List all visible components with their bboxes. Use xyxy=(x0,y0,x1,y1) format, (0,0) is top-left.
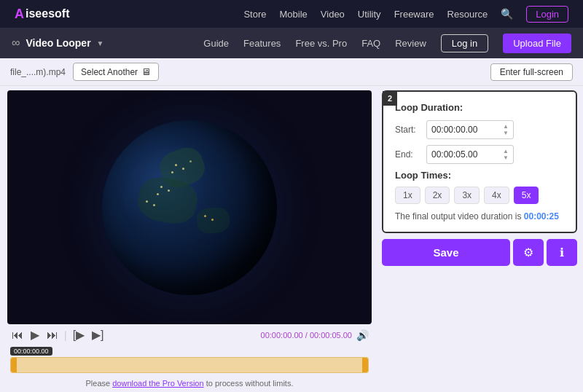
toolbar-left: file_....m).mp4 Select Another 🖥 xyxy=(10,63,159,81)
loop-end-button[interactable]: ▶] xyxy=(90,328,105,342)
end-spin-arrows[interactable]: ▲▼ xyxy=(503,148,509,161)
pro-version-link[interactable]: download the Pro Version xyxy=(112,379,203,388)
pro-notice-text: Please xyxy=(86,379,113,388)
end-value: 00:00:05.00 xyxy=(431,149,477,160)
pro-notice-suffix: to process without limits. xyxy=(204,379,294,388)
total-time: 00:00:05.00 xyxy=(310,331,352,340)
tool-name: Video Looper xyxy=(26,37,90,49)
chevron-down-icon[interactable]: ▼ xyxy=(97,39,104,47)
end-label: End: xyxy=(395,149,420,160)
sec-nav: ∞ Video Looper ▼ Guide Features Free vs.… xyxy=(0,28,583,58)
save-button[interactable]: Save xyxy=(382,239,510,266)
skip-back-button[interactable]: ⏮ xyxy=(10,329,25,342)
nav-resource[interactable]: Resource xyxy=(447,9,488,20)
monitor-icon: 🖥 xyxy=(141,66,151,77)
video-panel: ⏮ ▶ ⏭ | [▶ ▶] 00:00:00.00 / 00:00:05.00 … xyxy=(0,86,379,392)
output-time: 00:00:25 xyxy=(524,211,559,222)
timeline-bar[interactable] xyxy=(10,357,369,373)
output-notice-text: The final output video duration is xyxy=(395,211,521,222)
time-marker: 00:00:00.00 xyxy=(10,347,52,356)
start-spin-arrows[interactable]: ▲▼ xyxy=(503,123,509,136)
start-value: 00:00:00.00 xyxy=(431,125,477,135)
end-field-row: End: 00:00:05.00 ▲▼ xyxy=(395,145,564,164)
select-another-label: Select Another xyxy=(81,67,138,77)
volume-icon[interactable]: 🔊 xyxy=(356,329,369,341)
start-label: Start: xyxy=(395,125,420,135)
times-3x-button[interactable]: 3x xyxy=(454,187,480,204)
nav-store[interactable]: Store xyxy=(243,9,266,20)
fullscreen-button[interactable]: Enter full-screen xyxy=(490,63,573,81)
nav-mobile[interactable]: Mobile xyxy=(280,9,308,20)
pro-notice: Please download the Pro Version to proce… xyxy=(7,376,372,388)
controls-bar: ⏮ ▶ ⏭ | [▶ ▶] 00:00:00.00 / 00:00:05.00 … xyxy=(7,324,372,343)
timeline-handle-left[interactable] xyxy=(11,358,17,372)
main-content: ⏮ ▶ ⏭ | [▶ ▶] 00:00:00.00 / 00:00:05.00 … xyxy=(0,86,583,392)
upload-file-button[interactable]: Upload File xyxy=(503,34,571,53)
logo-icon: A xyxy=(15,7,24,22)
times-2x-button[interactable]: 2x xyxy=(425,187,450,204)
times-5x-button[interactable]: 5x xyxy=(514,187,539,204)
timeline-area: 00:00:00.00 xyxy=(7,343,372,376)
times-1x-button[interactable]: 1x xyxy=(395,187,420,204)
current-time: 00:00:00.00 xyxy=(261,331,303,340)
toolbar: file_....m).mp4 Select Another 🖥 Enter f… xyxy=(0,58,583,86)
nav-utility[interactable]: Utility xyxy=(358,9,381,20)
login-button[interactable]: Login xyxy=(526,6,568,23)
skip-forward-button[interactable]: ⏭ xyxy=(45,329,60,342)
log-in-button[interactable]: Log in xyxy=(441,34,488,52)
top-nav: A iseesoft Store Mobile Video Utility Fr… xyxy=(0,0,583,28)
info-button[interactable]: ℹ xyxy=(547,239,577,266)
play-button[interactable]: ▶ xyxy=(29,328,41,342)
top-nav-links: Store Mobile Video Utility Freeware Reso… xyxy=(243,6,568,23)
times-buttons: 1x 2x 3x 4x 5x xyxy=(395,187,564,204)
file-name: file_....m).mp4 xyxy=(10,67,66,77)
nav-guide[interactable]: Guide xyxy=(203,38,229,49)
save-bar: Save ⚙ ℹ xyxy=(382,239,577,266)
sec-nav-left: ∞ Video Looper ▼ xyxy=(12,36,104,50)
start-time-input[interactable]: 00:00:00.00 ▲▼ xyxy=(426,120,514,139)
logo-text: iseesoft xyxy=(26,7,69,20)
nav-freeware[interactable]: Freeware xyxy=(394,9,434,20)
loop-duration-label: Loop Duration: xyxy=(395,102,564,113)
timeline-handle-right[interactable] xyxy=(362,358,368,372)
search-icon[interactable]: 🔍 xyxy=(501,8,513,20)
end-time-input[interactable]: 00:00:05.00 ▲▼ xyxy=(426,145,514,164)
start-field-row: Start: 00:00:00.00 ▲▼ xyxy=(395,120,564,139)
loop-config-box: 2 Loop Duration: Start: 00:00:00.00 ▲▼ E… xyxy=(382,90,577,233)
logo: A iseesoft xyxy=(15,7,69,22)
nav-faq[interactable]: FAQ xyxy=(361,38,380,49)
loop-start-button[interactable]: [▶ xyxy=(71,328,86,342)
time-separator: / xyxy=(305,331,308,340)
right-panel: 2 Loop Duration: Start: 00:00:00.00 ▲▼ E… xyxy=(379,86,583,392)
nav-review[interactable]: Review xyxy=(395,38,426,49)
settings-button[interactable]: ⚙ xyxy=(513,239,544,266)
loop-icon: ∞ xyxy=(12,36,20,50)
video-container xyxy=(7,90,372,324)
output-notice: The final output video duration is 00:00… xyxy=(395,211,564,222)
times-4x-button[interactable]: 4x xyxy=(484,187,509,204)
nav-free-vs-pro[interactable]: Free vs. Pro xyxy=(295,38,347,49)
config-number: 2 xyxy=(383,91,397,106)
divider: | xyxy=(64,329,67,341)
time-display: 00:00:00.00 / 00:00:05.00 xyxy=(110,331,352,340)
earth-visual xyxy=(102,120,277,295)
sec-nav-links: Guide Features Free vs. Pro FAQ Review L… xyxy=(203,34,571,53)
nav-video[interactable]: Video xyxy=(321,9,345,20)
select-another-button[interactable]: Select Another 🖥 xyxy=(73,63,159,81)
loop-times-label: Loop Times: xyxy=(395,170,564,181)
nav-features[interactable]: Features xyxy=(243,38,281,49)
